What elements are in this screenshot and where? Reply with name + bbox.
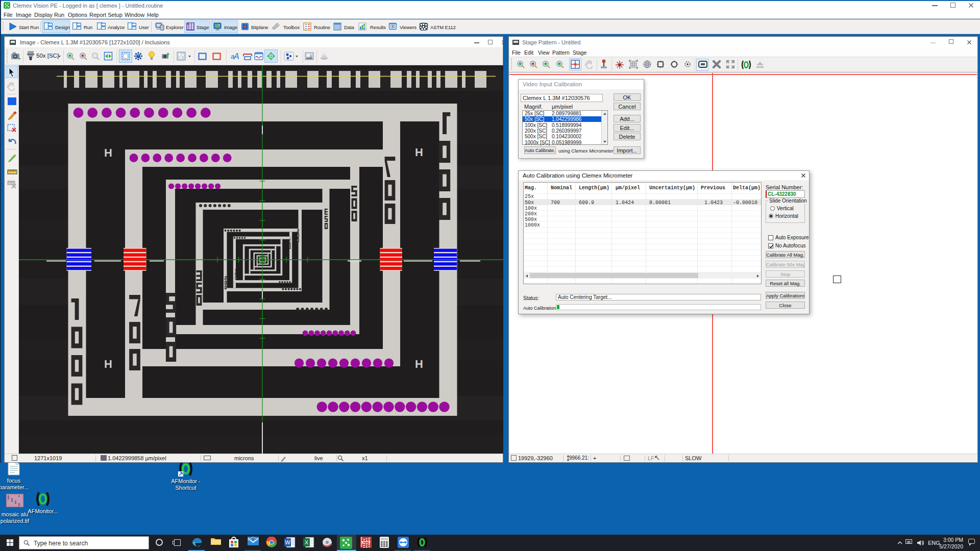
svg-text:H: H — [104, 146, 112, 159]
svg-text:W: W — [285, 539, 290, 545]
svg-text:X: X — [305, 539, 309, 545]
svg-text:H: H — [104, 358, 112, 370]
svg-text:A: A — [233, 52, 239, 60]
svg-text:H: H — [415, 358, 423, 370]
svg-text:H: H — [415, 146, 423, 159]
